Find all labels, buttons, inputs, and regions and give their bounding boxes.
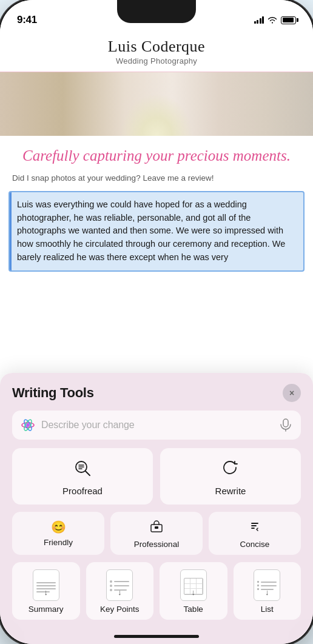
home-indicator xyxy=(114,635,199,638)
key-points-icon: ↓ xyxy=(106,569,133,601)
status-icons xyxy=(254,16,297,24)
format-row: ↓ Summary xyxy=(12,562,301,620)
battery-icon xyxy=(281,16,296,24)
svg-rect-4 xyxy=(283,419,288,427)
proofread-icon xyxy=(73,459,92,481)
writing-tools-header: Writing Tools × xyxy=(12,384,301,402)
microphone-icon[interactable] xyxy=(279,418,292,432)
svg-rect-12 xyxy=(155,526,158,529)
signal-icon xyxy=(254,16,264,24)
phone-frame: 9:41 Luis Coderque Wedding Photography C… xyxy=(0,0,313,644)
tone-row: 😊 Friendly Professional xyxy=(12,512,301,555)
friendly-icon: 😊 xyxy=(51,520,66,534)
summary-button[interactable]: ↓ Summary xyxy=(12,562,80,620)
site-title: Luis Coderque xyxy=(12,38,301,56)
search-input-row[interactable]: Describe your change xyxy=(12,411,301,440)
key-points-label: Key Points xyxy=(100,605,140,614)
list-button[interactable]: ↓ List xyxy=(234,562,301,620)
proofread-label: Proofread xyxy=(62,486,103,496)
svg-point-0 xyxy=(26,423,30,427)
concise-button[interactable]: Concise xyxy=(209,512,301,555)
site-subtitle: Wedding Photography xyxy=(12,56,301,65)
hero-image xyxy=(0,72,313,136)
table-label: Table xyxy=(184,605,203,614)
website-header: Luis Coderque Wedding Photography xyxy=(0,33,313,72)
action-row: Proofread Rewrite xyxy=(12,448,301,505)
rewrite-button[interactable]: Rewrite xyxy=(160,448,301,505)
search-placeholder: Describe your change xyxy=(41,420,273,431)
list-icon: ↓ xyxy=(254,569,280,601)
professional-label: Professional xyxy=(134,540,179,549)
tagline: Carefully capturing your precious moment… xyxy=(0,136,313,170)
professional-icon xyxy=(150,520,163,536)
writing-tools-title: Writing Tools xyxy=(12,385,94,401)
table-button[interactable]: ↓ Table xyxy=(160,562,227,620)
rewrite-label: Rewrite xyxy=(215,486,246,496)
close-button[interactable]: × xyxy=(283,384,301,402)
wifi-icon xyxy=(268,16,277,24)
friendly-label: Friendly xyxy=(44,538,73,547)
proofread-button[interactable]: Proofread xyxy=(12,448,153,505)
friendly-button[interactable]: 😊 Friendly xyxy=(12,512,104,555)
selected-text: Luis was everything we could have hoped … xyxy=(8,191,305,272)
summary-icon: ↓ xyxy=(33,569,59,601)
apple-intelligence-icon xyxy=(21,418,35,432)
concise-icon xyxy=(248,520,261,536)
key-points-button[interactable]: ↓ Key Points xyxy=(86,562,154,620)
list-label: List xyxy=(261,605,274,614)
svg-line-7 xyxy=(86,471,90,475)
rewrite-icon xyxy=(221,459,240,481)
summary-label: Summary xyxy=(29,605,64,614)
writing-tools-panel: Writing Tools × Describe your change xyxy=(0,373,313,644)
table-icon: ↓ xyxy=(180,569,207,601)
status-time: 9:41 xyxy=(17,14,37,26)
review-prompt: Did I snap photos at your wedding? Leave… xyxy=(0,170,313,189)
notch xyxy=(117,0,196,23)
professional-button[interactable]: Professional xyxy=(110,512,203,555)
concise-label: Concise xyxy=(240,540,270,549)
